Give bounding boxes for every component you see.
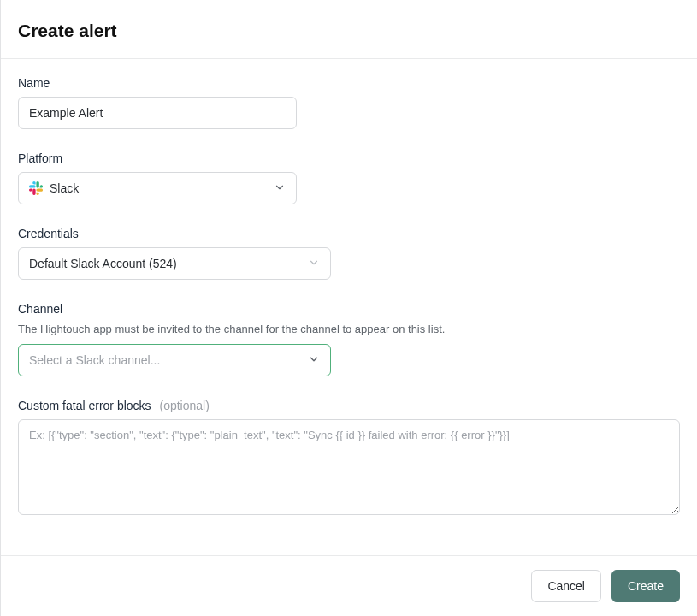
credentials-value: Default Slack Account (524) (29, 257, 177, 270)
field-group-name: Name (18, 76, 680, 129)
create-button[interactable]: Create (611, 570, 680, 602)
custom-blocks-textarea[interactable] (18, 419, 680, 515)
field-group-platform: Platform Slack (18, 151, 680, 204)
channel-select[interactable]: Select a Slack channel... (18, 344, 331, 376)
name-label: Name (18, 76, 680, 90)
channel-placeholder: Select a Slack channel... (29, 353, 160, 367)
page-header: Create alert (1, 0, 697, 59)
custom-blocks-label-text: Custom fatal error blocks (18, 399, 151, 412)
chevron-down-icon (308, 353, 320, 368)
field-group-channel: Channel The Hightouch app must be invite… (18, 302, 680, 376)
chevron-down-icon (308, 257, 320, 271)
field-group-credentials: Credentials Default Slack Account (524) (18, 227, 680, 280)
platform-label: Platform (18, 151, 680, 165)
footer-bar: Cancel Create (1, 555, 697, 616)
field-group-custom-blocks: Custom fatal error blocks (optional) (18, 399, 680, 518)
slack-icon (29, 181, 43, 195)
name-input[interactable] (18, 97, 297, 129)
credentials-label: Credentials (18, 227, 680, 240)
platform-value: Slack (50, 181, 79, 195)
custom-blocks-label: Custom fatal error blocks (optional) (18, 399, 680, 412)
optional-tag: (optional) (160, 399, 210, 412)
platform-select[interactable]: Slack (18, 172, 297, 204)
channel-label: Channel (18, 302, 680, 316)
chevron-down-icon (274, 181, 286, 196)
cancel-button[interactable]: Cancel (531, 570, 601, 602)
channel-help: The Hightouch app must be invited to the… (18, 323, 680, 335)
credentials-select[interactable]: Default Slack Account (524) (18, 247, 331, 280)
page-title: Create alert (18, 21, 680, 41)
form-body: Name Platform Slack (1, 59, 697, 518)
